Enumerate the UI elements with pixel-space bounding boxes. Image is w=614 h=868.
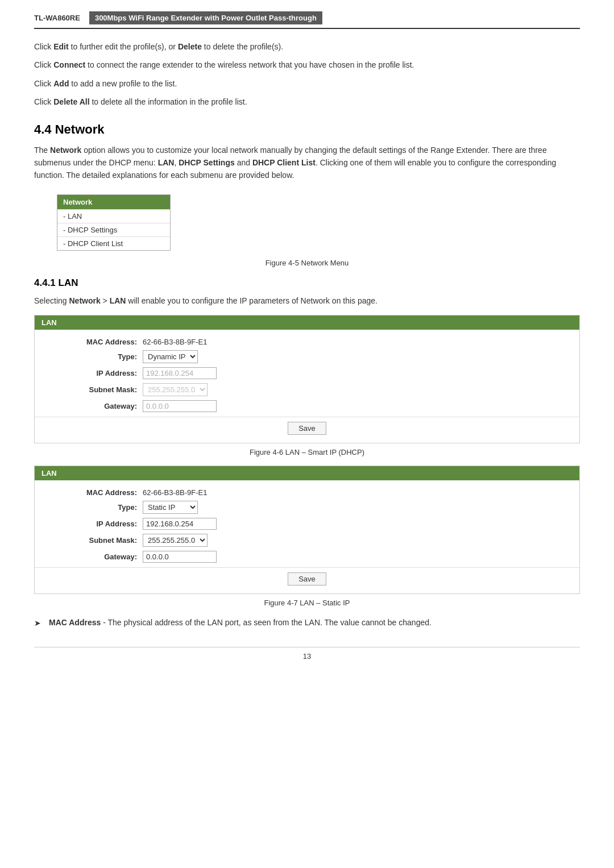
figure-46-caption: Figure 4-6 LAN – Smart IP (DHCP) [34, 448, 580, 456]
lan2-type-select[interactable]: Dynamic IP Static IP [143, 501, 198, 514]
section-441: 4.4.1 LAN Selecting Network > LAN will e… [34, 277, 580, 630]
lan1-type-row: Type: Dynamic IP Static IP [35, 350, 579, 363]
lan2-type-label: Type: [46, 503, 137, 512]
lan1-type-select[interactable]: Dynamic IP Static IP [143, 350, 198, 363]
bullet-mac-content: MAC Address - The physical address of th… [49, 616, 580, 629]
lan1-ip-label: IP Address: [46, 369, 137, 377]
intro-para-1: Click Edit to further edit the profile(s… [34, 40, 580, 53]
menu-header: Network [57, 195, 170, 209]
section-44-heading: 4.4 Network [34, 122, 580, 137]
lan2-subnet-select[interactable]: 255.255.255.0 [143, 534, 208, 547]
lan-box1-header: LAN [35, 315, 579, 330]
lan2-gateway-input[interactable] [143, 551, 217, 563]
intro-para-3: Click Add to add a new profile to the li… [34, 77, 580, 90]
device-model: TL-WA860RE [34, 14, 80, 22]
lan1-ip-row: IP Address: [35, 367, 579, 379]
lan-box-static: LAN MAC Address: 62-66-B3-8B-9F-E1 Type:… [34, 466, 580, 594]
lan1-save-button[interactable]: Save [288, 422, 326, 435]
figure-47-caption: Figure 4-7 LAN – Static IP [34, 599, 580, 607]
lan2-mac-label: MAC Address: [46, 488, 137, 497]
section-44: 4.4 Network The Network option allows yo… [34, 122, 580, 267]
lan1-type-label: Type: [46, 352, 137, 361]
lan2-ip-label: IP Address: [46, 520, 137, 528]
lan1-subnet-label: Subnet Mask: [46, 385, 137, 394]
page-number: 13 [303, 652, 311, 661]
network-menu-box: Network - LAN - DHCP Settings - DHCP Cli… [57, 194, 171, 251]
lan-box-dynamic: LAN MAC Address: 62-66-B3-8B-9F-E1 Type:… [34, 315, 580, 443]
menu-item-dhcp-client-list: - DHCP Client List [57, 236, 170, 250]
lan2-ip-input[interactable] [143, 518, 217, 530]
lan2-gateway-label: Gateway: [46, 553, 137, 561]
lan1-subnet-select[interactable]: 255.255.255.0 [143, 383, 208, 396]
section-441-intro: Selecting Network > LAN will enable you … [34, 294, 580, 307]
lan1-mac-row: MAC Address: 62-66-B3-8B-9F-E1 [35, 338, 579, 346]
lan1-ip-input[interactable] [143, 367, 217, 379]
lan-box2-body: MAC Address: 62-66-B3-8B-9F-E1 Type: Dyn… [35, 480, 579, 593]
section-44-body: The Network option allows you to customi… [34, 144, 580, 182]
lan2-mac-row: MAC Address: 62-66-B3-8B-9F-E1 [35, 488, 579, 497]
lan2-save-button[interactable]: Save [288, 572, 326, 585]
lan1-mac-value: 62-66-B3-8B-9F-E1 [143, 338, 207, 346]
bullet-mac-address: ➤ MAC Address - The physical address of … [34, 616, 580, 629]
bullet-section: ➤ MAC Address - The physical address of … [34, 616, 580, 629]
lan1-gateway-row: Gateway: [35, 400, 579, 412]
device-description: 300Mbps WiFi Range Extender with Power O… [89, 11, 322, 24]
menu-item-lan: - LAN [57, 209, 170, 223]
lan2-type-row: Type: Dynamic IP Static IP [35, 501, 579, 514]
figure-45-caption: Figure 4-5 Network Menu [34, 259, 580, 267]
page-header: TL-WA860RE 300Mbps WiFi Range Extender w… [34, 11, 580, 29]
lan1-mac-label: MAC Address: [46, 338, 137, 346]
section-441-heading: 4.4.1 LAN [34, 277, 580, 289]
lan1-save-row: Save [35, 422, 579, 435]
lan1-gateway-label: Gateway: [46, 402, 137, 410]
lan2-save-row: Save [35, 572, 579, 585]
lan-box2-header: LAN [35, 466, 579, 480]
lan2-ip-row: IP Address: [35, 518, 579, 530]
lan2-mac-value: 62-66-B3-8B-9F-E1 [143, 488, 207, 497]
lan2-subnet-label: Subnet Mask: [46, 536, 137, 545]
bullet-arrow-icon: ➤ [34, 617, 44, 629]
intro-para-2: Click Connect to connect the range exten… [34, 59, 580, 71]
lan1-gateway-input[interactable] [143, 400, 217, 412]
intro-para-4: Click Delete All to delete all the infor… [34, 95, 580, 108]
lan1-subnet-row: Subnet Mask: 255.255.255.0 [35, 383, 579, 396]
lan-box1-body: MAC Address: 62-66-B3-8B-9F-E1 Type: Dyn… [35, 330, 579, 443]
page-footer: 13 [34, 647, 580, 661]
lan2-subnet-row: Subnet Mask: 255.255.255.0 [35, 534, 579, 547]
menu-item-dhcp-settings: - DHCP Settings [57, 223, 170, 236]
lan2-gateway-row: Gateway: [35, 551, 579, 563]
